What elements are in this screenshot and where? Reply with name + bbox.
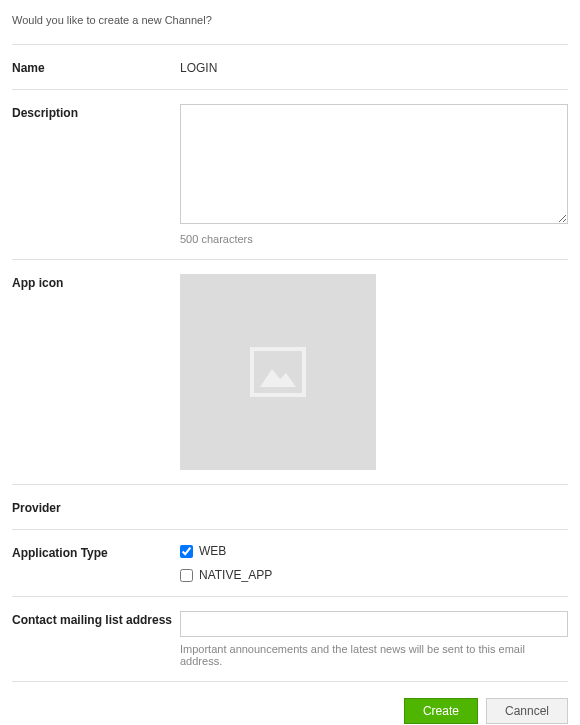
row-app-icon: App icon bbox=[12, 259, 568, 484]
create-button[interactable]: Create bbox=[404, 698, 478, 724]
provider-label: Provider bbox=[12, 499, 180, 515]
svg-marker-1 bbox=[260, 369, 296, 387]
intro-text: Would you like to create a new Channel? bbox=[12, 10, 568, 44]
app-type-native-checkbox[interactable] bbox=[180, 569, 193, 582]
contact-input[interactable] bbox=[180, 611, 568, 637]
contact-hint: Important announcements and the latest n… bbox=[180, 643, 568, 667]
contact-label: Contact mailing list address bbox=[12, 611, 180, 627]
row-name: Name LOGIN bbox=[12, 44, 568, 89]
app-icon-label: App icon bbox=[12, 274, 180, 290]
cancel-button[interactable]: Canncel bbox=[486, 698, 568, 724]
description-label: Description bbox=[12, 104, 180, 120]
image-placeholder-icon bbox=[250, 347, 306, 397]
row-provider: Provider bbox=[12, 484, 568, 529]
description-hint: 500 characters bbox=[180, 233, 568, 245]
row-app-type: Application Type WEB NATIVE_APP bbox=[12, 529, 568, 596]
app-type-native-label: NATIVE_APP bbox=[199, 568, 272, 582]
description-textarea[interactable] bbox=[180, 104, 568, 224]
app-icon-placeholder[interactable] bbox=[180, 274, 376, 470]
row-contact: Contact mailing list address Important a… bbox=[12, 596, 568, 682]
app-type-web-label: WEB bbox=[199, 544, 226, 558]
app-type-label: Application Type bbox=[12, 544, 180, 560]
provider-value bbox=[180, 499, 568, 501]
button-bar: Create Canncel bbox=[12, 698, 568, 724]
name-value: LOGIN bbox=[180, 59, 568, 75]
name-label: Name bbox=[12, 59, 180, 75]
app-type-web-checkbox[interactable] bbox=[180, 545, 193, 558]
row-description: Description 500 characters bbox=[12, 89, 568, 259]
svg-rect-0 bbox=[252, 349, 304, 395]
